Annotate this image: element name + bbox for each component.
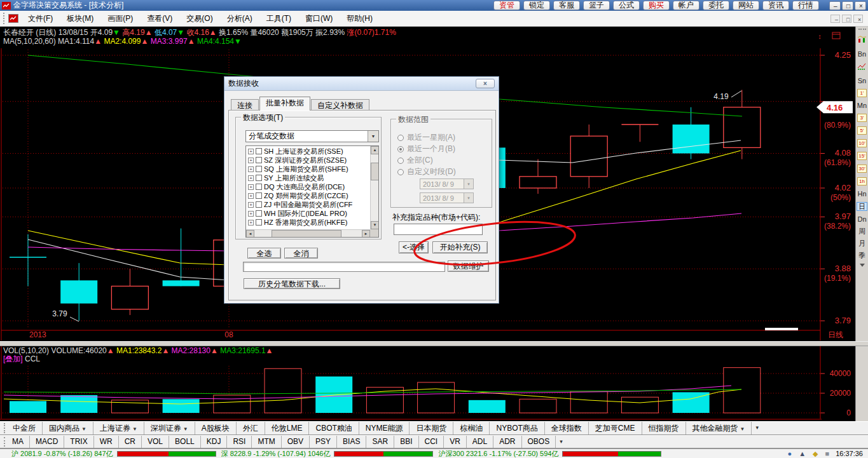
- clear-all-button[interactable]: 全消: [284, 248, 318, 259]
- window-titlebar[interactable]: 金字塔决策交易系统 - [技术分析] 资管锁定客服篮子公式购买帐户委托网站资讯行…: [0, 0, 868, 11]
- quick-button-篮子[interactable]: 篮子: [583, 1, 610, 10]
- market-tab-全球指数[interactable]: 全球指数: [545, 422, 589, 434]
- indicator-tab-MA[interactable]: MA: [6, 436, 30, 448]
- quick-button-帐户[interactable]: 帐户: [673, 1, 699, 10]
- child-close-button[interactable]: ×: [853, 15, 863, 23]
- quick-button-资管[interactable]: 资管: [493, 1, 520, 10]
- indicator-tab-CR[interactable]: CR: [119, 436, 142, 448]
- scroll-right-icon[interactable]: ►: [362, 230, 370, 238]
- indicator-tab-WR[interactable]: WR: [94, 436, 119, 448]
- network-icon[interactable]: ●: [788, 450, 792, 457]
- tab-overflow-icon[interactable]: ▾: [557, 436, 565, 448]
- checkbox[interactable]: [256, 201, 262, 208]
- indicator-tab-MACD[interactable]: MACD: [30, 436, 64, 448]
- horizontal-scrollbar[interactable]: ◄ ►: [246, 229, 370, 237]
- expand-plus-icon[interactable]: +: [248, 149, 254, 154]
- expand-plus-icon[interactable]: +: [248, 220, 254, 226]
- toolbar-grip[interactable]: [3, 13, 6, 24]
- tree-row[interactable]: +SH 上海证券交易所(SSE): [246, 147, 370, 156]
- indicator-tab-KDJ[interactable]: KDJ: [201, 436, 228, 448]
- tree-row[interactable]: +SZ 深圳证券交易所(SZSE): [246, 156, 370, 165]
- close-button[interactable]: ×: [855, 1, 866, 10]
- indicator-tab-OBOS[interactable]: OBOS: [522, 436, 556, 448]
- market-tab-NYBOT商品[interactable]: NYBOT商品: [490, 422, 544, 434]
- toolbar-grip[interactable]: [1, 437, 5, 447]
- indicator-tab-ADR[interactable]: ADR: [493, 436, 521, 448]
- menu-item-板块(M)[interactable]: 板块(M): [60, 11, 100, 25]
- expand-plus-icon[interactable]: +: [248, 166, 254, 172]
- tree-row[interactable]: +DQ 大连商品交易所(DCE): [246, 182, 370, 191]
- exchange-tree-list[interactable]: +SH 上海证券交易所(SSE)+SZ 深圳证券交易所(SZSE)+SQ 上海期…: [245, 145, 379, 238]
- select-all-button[interactable]: 全选: [247, 248, 281, 259]
- indicator-tab-SAR[interactable]: SAR: [366, 436, 394, 448]
- save-icon[interactable]: ■: [825, 450, 830, 457]
- tree-row[interactable]: +WH 国际外汇(IDEAL PRO): [246, 209, 370, 218]
- toolbar-grip[interactable]: [858, 29, 866, 31]
- market-tab-CBOT粮油[interactable]: CBOT粮油: [309, 422, 359, 434]
- chart-tool-icon[interactable]: [8, 14, 18, 23]
- period-button-15'[interactable]: 15': [857, 152, 867, 160]
- menu-item-查看(V)[interactable]: 查看(V): [140, 11, 179, 25]
- period-button-Mn[interactable]: Mn: [857, 102, 867, 109]
- indicator-tab-ADL[interactable]: ADL: [467, 436, 493, 448]
- indicator-tab-BIAS[interactable]: BIAS: [337, 436, 366, 448]
- period-button-月[interactable]: 月: [858, 239, 865, 247]
- coin-icon[interactable]: ◆: [813, 450, 818, 457]
- indicator-tab-VOL[interactable]: VOL: [142, 436, 169, 448]
- period-button-3'[interactable]: 3': [857, 114, 867, 122]
- quick-button-客服[interactable]: 客服: [553, 1, 580, 10]
- checkbox[interactable]: [256, 157, 262, 163]
- period-button-5'[interactable]: 5': [857, 126, 867, 135]
- alert-icon[interactable]: ▲: [799, 450, 806, 457]
- child-minimize-button[interactable]: –: [830, 15, 840, 23]
- market-tab-其他金融期货[interactable]: 其他金融期货▼: [686, 422, 752, 434]
- restore-button[interactable]: □: [842, 1, 853, 10]
- period-button-季[interactable]: 季: [858, 252, 865, 259]
- expand-plus-icon[interactable]: +: [248, 175, 254, 181]
- scrollbar-thumb[interactable]: [272, 230, 341, 238]
- expand-plus-icon[interactable]: +: [248, 193, 254, 199]
- candle-chart-icon[interactable]: [857, 36, 867, 46]
- tree-row[interactable]: +HZ 香港期货交易所(HKFE): [246, 218, 370, 227]
- quick-button-委托[interactable]: 委托: [703, 1, 729, 10]
- indicator-tab-PSY[interactable]: PSY: [310, 436, 337, 448]
- checkbox[interactable]: [256, 184, 262, 190]
- market-tab-深圳证券[interactable]: 深圳证券▼: [144, 422, 195, 434]
- menu-item-画面(P)[interactable]: 画面(P): [100, 11, 140, 25]
- expand-plus-icon[interactable]: +: [248, 158, 254, 163]
- data-maintenance-button[interactable]: 数据维护: [448, 260, 489, 272]
- period-button-10'[interactable]: 10': [857, 139, 867, 147]
- quick-button-资讯[interactable]: 资讯: [762, 1, 789, 10]
- menu-item-交易(O)[interactable]: 交易(O): [179, 11, 219, 25]
- period-button-1h[interactable]: 1h: [857, 177, 867, 185]
- checkbox[interactable]: [256, 148, 262, 154]
- tree-row[interactable]: +ZQ 郑州期货交易所(CZCE): [246, 191, 370, 200]
- period-button-1'[interactable]: 1': [857, 89, 867, 97]
- quick-button-公式[interactable]: 公式: [613, 1, 640, 10]
- period-button-Sn[interactable]: Sn: [858, 77, 866, 84]
- period-button-30'[interactable]: 30': [857, 165, 867, 173]
- toolbar-grip[interactable]: [1, 423, 5, 433]
- indicator-tab-BBI[interactable]: BBI: [394, 436, 418, 448]
- expand-plus-icon[interactable]: +: [248, 184, 254, 190]
- scroll-up-icon[interactable]: ▲: [371, 146, 379, 154]
- tree-row[interactable]: +SQ 上海期货交易所(SHFE): [246, 165, 370, 173]
- child-restore-button[interactable]: □: [842, 15, 851, 23]
- period-button-Hn[interactable]: Hn: [857, 190, 866, 198]
- menu-item-分析(A)[interactable]: 分析(A): [220, 11, 259, 25]
- history-download-button[interactable]: 历史分笔数据下载...: [244, 278, 340, 289]
- data-type-dropdown[interactable]: 分笔成交数据 ▼: [245, 130, 379, 142]
- select-button[interactable]: <-选择: [399, 241, 429, 253]
- market-tab-A股板块[interactable]: A股板块: [195, 422, 237, 434]
- period-button-周[interactable]: 周: [858, 227, 865, 235]
- market-tab-外汇[interactable]: 外汇: [237, 422, 265, 434]
- indicator-tab-BOLL[interactable]: BOLL: [169, 436, 201, 448]
- data-receive-dialog[interactable]: 数据接收 × 连接批量补数据自定义补数据 数据选项(T) 分笔成交数据 ▼ +S…: [224, 76, 499, 304]
- dialog-titlebar[interactable]: 数据接收 ×: [224, 77, 499, 91]
- market-tab-上海证券[interactable]: 上海证券▼: [93, 422, 144, 434]
- minimize-button[interactable]: –: [829, 1, 841, 10]
- expand-plus-icon[interactable]: +: [248, 211, 254, 217]
- expand-plus-icon[interactable]: +: [248, 202, 254, 208]
- line-chart-icon[interactable]: [857, 62, 867, 72]
- market-tab-芝加哥CME[interactable]: 芝加哥CME: [589, 422, 642, 434]
